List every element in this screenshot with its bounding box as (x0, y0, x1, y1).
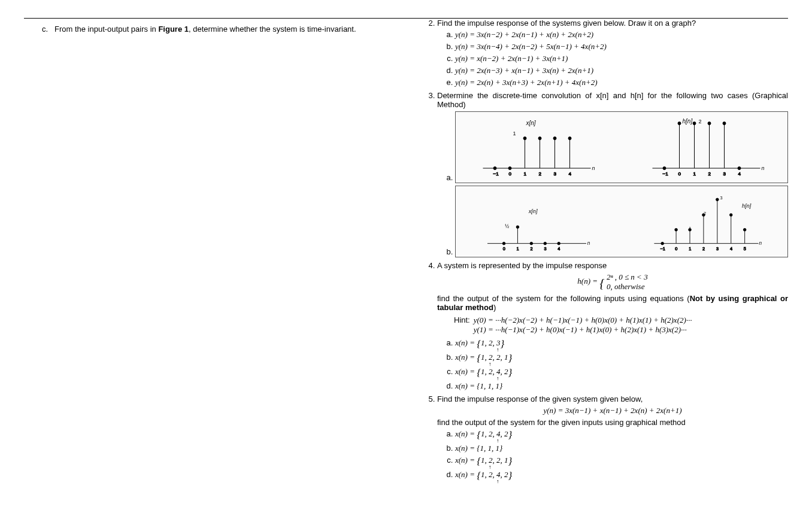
svg-text:4: 4 (738, 171, 741, 177)
svg-point-51 (544, 242, 547, 245)
svg-point-47 (516, 226, 519, 229)
svg-text:n: n (592, 165, 595, 171)
q5-b: x(n) = {1, 1, 1} (455, 444, 788, 453)
svg-text:0: 0 (509, 171, 512, 177)
svg-text:n: n (762, 165, 765, 171)
svg-text:x[n]: x[n] (526, 120, 536, 126)
q2-d: y(n) = 2x(n−3) + x(n−1) + 3x(n) + 2x(n+1… (455, 66, 788, 75)
svg-point-18 (568, 137, 571, 140)
prompt: A system is represented by the impulse r… (437, 261, 607, 270)
svg-text:3: 3 (720, 195, 722, 201)
q4-instruction: find the output of the system for the fo… (437, 294, 788, 312)
q4-hint: Hint: y(0) = ···h(−2)x(−2) + h(−1)x(−1) … (454, 315, 788, 335)
svg-text:2: 2 (699, 119, 702, 125)
q4-d: x(n) = {1, 1, 1} (455, 381, 788, 391)
svg-point-15 (553, 137, 556, 140)
svg-text:n: n (759, 241, 762, 246)
stem-plot-xn: x[n] n 1 −1 0 1 2 3 4 (458, 114, 616, 180)
prompt: Find the impulse response of the given s… (437, 395, 643, 403)
q2-c: y(n) = x(n−2) + 2x(n−1) + 3x(n+1) (455, 54, 788, 63)
svg-text:3: 3 (723, 171, 726, 177)
q5-instruction: find the output of the system for the gi… (437, 418, 788, 427)
svg-point-53 (558, 242, 560, 245)
q5-d: x(n) = 1, 2, 4, 2 (455, 470, 788, 482)
question-4: A system is represented by the impulse r… (437, 261, 788, 391)
svg-point-9 (523, 137, 526, 140)
svg-point-76 (729, 214, 732, 217)
svg-text:1: 1 (524, 171, 527, 177)
svg-text:3: 3 (716, 246, 719, 251)
stem-plot-xn: x[n] n ½ 0 1 2 3 4 (458, 189, 616, 254)
hint-label: Hint: (454, 315, 470, 324)
svg-point-12 (538, 137, 541, 140)
svg-point-49 (530, 242, 533, 245)
svg-text:2: 2 (708, 171, 711, 177)
svg-text:−1: −1 (663, 171, 669, 177)
q5-a: x(n) = 1, 2, 4, 2 (455, 429, 788, 441)
svg-text:h[n]: h[n] (683, 118, 693, 125)
figure-ref: Figure 1 (158, 25, 189, 34)
svg-text:−1: −1 (493, 171, 499, 177)
q5-c: x(n) = 1, 2, 2, 1 (455, 456, 788, 468)
text: From the input-output pairs in (54, 25, 158, 34)
svg-text:½: ½ (505, 224, 509, 229)
svg-point-30 (693, 122, 696, 125)
q2-b: y(n) = 3x(n−4) + 2x(n−2) + 5x(n−1) + 4x(… (455, 42, 788, 51)
figure-3b: x[n] n ½ 0 1 2 3 4 (455, 186, 788, 257)
svg-text:3: 3 (554, 171, 557, 177)
svg-text:2: 2 (531, 246, 533, 251)
svg-text:0: 0 (678, 171, 681, 177)
svg-text:−1: −1 (660, 246, 665, 251)
svg-point-64 (675, 228, 678, 231)
question-2: Find the impulse response of the systems… (437, 19, 788, 87)
q4-b: x(n) = 1, 2, 2, 1 (455, 353, 788, 365)
svg-point-38 (738, 167, 741, 170)
figure-3a: x[n] n 1 −1 0 1 2 3 4 (455, 111, 788, 183)
q1-part-c: c. From the input-output pairs in Figure… (42, 25, 388, 34)
svg-point-33 (708, 122, 711, 125)
svg-text:2: 2 (539, 171, 542, 177)
svg-text:4: 4 (569, 171, 572, 177)
svg-text:x[n]: x[n] (528, 208, 538, 214)
q2-e: y(n) = 2x(n) + 3x(n+3) + 2x(n+1) + 4x(n+… (455, 78, 788, 87)
svg-point-67 (689, 228, 692, 231)
svg-point-70 (702, 214, 705, 217)
svg-point-6 (508, 167, 511, 170)
svg-text:1: 1 (513, 131, 516, 136)
svg-point-4 (493, 167, 496, 170)
document-page: c. From the input-output pairs in Figure… (24, 18, 788, 491)
stem-plot-hn: h[n] 2 n −1 0 1 2 3 4 (628, 114, 785, 180)
label: c. (42, 25, 48, 34)
svg-point-27 (678, 122, 681, 125)
svg-text:1: 1 (517, 246, 519, 251)
q4-hn: h(n) = { 2ⁿ , 0 ≤ n < 3 0, otherwise (437, 272, 788, 292)
q4-a: x(n) = 1, 2, 3 (455, 338, 788, 350)
q2-a: y(n) = 3x(n−2) + 2x(n−1) + x(n) + 2x(n+2… (455, 30, 788, 40)
q5-system: y(n) = 3x(n−1) + x(n−1) + 2x(n) + 2x(n+1… (437, 406, 788, 415)
q3-b: x[n] n ½ 0 1 2 3 4 (455, 186, 788, 257)
prompt: Find the impulse response of the systems… (437, 19, 696, 28)
q2-list: y(n) = 3x(n−2) + 2x(n−1) + x(n) + 2x(n+2… (437, 30, 788, 87)
prompt: Determine the discrete-time convolution … (437, 91, 788, 109)
svg-text:0: 0 (675, 246, 677, 251)
svg-point-36 (723, 122, 726, 125)
svg-text:h[n]: h[n] (742, 203, 752, 209)
svg-text:3: 3 (544, 246, 546, 251)
svg-point-61 (661, 242, 664, 245)
svg-text:2: 2 (702, 246, 705, 251)
svg-text:5: 5 (744, 246, 746, 251)
q4-c: x(n) = 1, 2, 4, 2 (455, 367, 788, 379)
text: , determine whether the system is time-i… (189, 25, 356, 34)
svg-text:1: 1 (693, 171, 696, 177)
svg-point-73 (716, 198, 719, 201)
question-5: Find the impulse response of the given s… (437, 395, 788, 482)
stem-plot-hn: h[n] n 3 2 1 −1 0 1 2 (628, 189, 785, 254)
svg-text:4: 4 (558, 246, 560, 251)
svg-point-79 (743, 228, 746, 231)
q3-a: x[n] n 1 −1 0 1 2 3 4 (455, 111, 788, 183)
svg-text:n: n (587, 241, 590, 246)
question-3: Determine the discrete-time convolution … (437, 91, 788, 257)
svg-text:4: 4 (730, 246, 732, 251)
svg-point-44 (502, 242, 505, 245)
svg-text:1: 1 (689, 246, 691, 251)
